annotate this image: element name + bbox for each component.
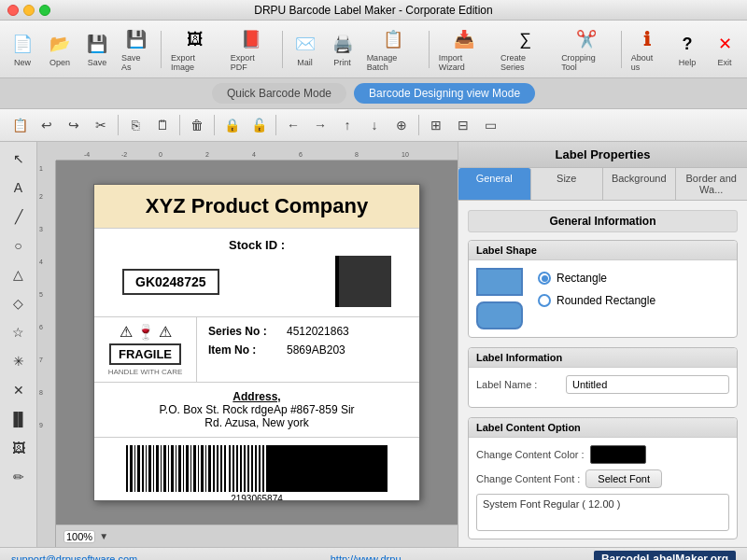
main-toolbar: 📄 New 📂 Open 💾 Save 💾 Save As 🖼 Export I… <box>0 21 747 78</box>
duplicate-btn[interactable]: 🗒 <box>150 113 175 137</box>
tab-general[interactable]: General <box>458 168 531 200</box>
website-link[interactable]: http://www.drpu <box>331 553 402 561</box>
cropping-tool-button[interactable]: ✂️ Cropping Tool <box>557 24 615 74</box>
text-tool[interactable]: A <box>6 175 32 201</box>
barcode-tool[interactable]: ▐▌ <box>6 406 32 432</box>
mail-button[interactable]: ✉️ Mail <box>289 29 322 69</box>
rounded-label: Rounded Rectangle <box>557 294 655 307</box>
arrow-up-btn[interactable]: ↑ <box>335 113 359 137</box>
paste-btn[interactable]: 📋 <box>7 113 32 137</box>
ruler-corner <box>37 142 56 161</box>
arrow-right-btn[interactable]: → <box>308 113 332 137</box>
label-info-title: Label Information <box>469 348 737 368</box>
ruler-tick: 2 <box>205 151 209 158</box>
create-series-icon: ∑ <box>513 26 539 52</box>
fragile-sub: HANDLE WITH CARE <box>108 368 183 376</box>
label-canvas: XYZ Product Company Stock ID : GK0248725 <box>93 184 420 501</box>
delete-btn[interactable]: 🗑 <box>185 113 209 137</box>
shape-visuals <box>476 268 523 329</box>
fragile-section: ⚠ 🍷 ⚠ FRAGILE HANDLE WITH CARE <box>94 317 197 382</box>
radio-rectangle-row[interactable]: Rectangle <box>538 272 655 285</box>
cut-btn[interactable]: ✂ <box>89 113 113 137</box>
ellipse-tool[interactable]: ○ <box>6 232 32 259</box>
zoom-value: 100% <box>63 530 95 543</box>
triangle-tool[interactable]: △ <box>6 261 32 287</box>
create-series-button[interactable]: ∑ Create Series <box>497 24 554 74</box>
manage-batch-button[interactable]: 📋 Manage Batch <box>363 24 423 74</box>
radio-rounded-row[interactable]: Rounded Rectangle <box>538 294 655 307</box>
export-pdf-button[interactable]: 📕 Export PDF <box>227 24 276 74</box>
redo-btn[interactable]: ↪ <box>62 113 86 137</box>
designing-mode-button[interactable]: Barcode Designing view Mode <box>354 83 535 104</box>
minimize-button[interactable] <box>23 5 35 16</box>
import-wizard-icon: 📥 <box>451 26 477 52</box>
label-shape-body: Rectangle Rounded Rectangle <box>469 260 737 337</box>
export-image-button[interactable]: 🖼 Export Image <box>167 24 223 74</box>
star-tool[interactable]: ☆ <box>6 319 32 345</box>
print-button[interactable]: 🖨️ Print <box>326 29 359 69</box>
arrow-left-btn[interactable]: ← <box>281 113 305 137</box>
copy-btn[interactable]: ⎘ <box>123 113 148 137</box>
grid-btn[interactable]: ⊟ <box>451 113 475 137</box>
canvas-scroll[interactable]: XYZ Product Company Stock ID : GK0248725 <box>56 161 458 525</box>
import-wizard-button[interactable]: 📥 Import Wizard <box>435 24 493 74</box>
align-btn[interactable]: ⊞ <box>424 113 448 137</box>
barcode-section: 2193065874 <box>94 438 419 501</box>
ruler-tick-v: 8 <box>39 389 43 396</box>
zoom-down-arrow[interactable]: ▼ <box>99 531 108 541</box>
toolbar-separator-3 <box>429 31 430 68</box>
center-h-btn[interactable]: ⊕ <box>389 113 414 137</box>
select-tool[interactable]: ↖ <box>6 146 32 172</box>
about-icon: ℹ <box>634 26 660 52</box>
exit-button[interactable]: ✕ Exit <box>708 29 741 69</box>
tab-background[interactable]: Background <box>603 168 676 200</box>
mail-icon: ✉️ <box>292 31 318 57</box>
traffic-lights <box>7 5 50 16</box>
email-link[interactable]: support@drpusoftware.com <box>11 553 137 561</box>
maximize-button[interactable] <box>39 5 50 16</box>
toolbar-separator <box>161 31 162 68</box>
tb2-sep-4 <box>275 115 276 135</box>
lock-btn[interactable]: 🔒 <box>219 113 244 137</box>
tab-border[interactable]: Border and Wa... <box>676 168 748 200</box>
image-tool[interactable]: 🖼 <box>6 435 32 461</box>
label-properties-header: Label Properties <box>458 142 747 168</box>
tb2-sep-3 <box>214 115 215 135</box>
unlock-btn[interactable]: 🔓 <box>247 113 271 137</box>
arrow-down-btn[interactable]: ↓ <box>362 113 387 137</box>
fragile-icon-3: ⚠ <box>159 323 172 341</box>
label-name-input[interactable] <box>566 375 729 394</box>
frame-btn[interactable]: ▭ <box>478 113 502 137</box>
cross-tool[interactable]: ✕ <box>6 377 32 403</box>
fragile-icons: ⚠ 🍷 ⚠ <box>120 323 172 341</box>
asterisk-tool[interactable]: ✳ <box>6 348 32 374</box>
content-option-body: Change Content Color : Change Content Fo… <box>469 438 737 539</box>
tab-size[interactable]: Size <box>531 168 604 200</box>
linear-barcode <box>126 445 388 492</box>
radio-rectangle[interactable] <box>538 272 551 285</box>
save-button[interactable]: 💾 Save <box>80 29 114 69</box>
label-title: XYZ Product Company <box>94 185 419 229</box>
ruler-tick-v: 7 <box>39 357 43 363</box>
barcode-row: GK0248725 <box>104 256 410 307</box>
line-tool[interactable]: ╱ <box>6 203 32 230</box>
pencil-tool[interactable]: ✏ <box>6 464 32 490</box>
help-button[interactable]: ? Help <box>670 29 704 69</box>
rounded-shape-preview <box>476 301 523 329</box>
content-color-swatch[interactable] <box>590 445 646 464</box>
close-button[interactable] <box>7 5 19 16</box>
fragile-text: FRAGILE <box>109 343 181 365</box>
undo-btn[interactable]: ↩ <box>35 113 59 137</box>
label-shape-title: Label Shape <box>469 241 737 260</box>
ruler-tick-v: 6 <box>39 324 43 330</box>
open-button[interactable]: 📂 Open <box>43 29 77 69</box>
ruler-tick: -4 <box>84 151 90 158</box>
diamond-tool[interactable]: ◇ <box>6 290 32 316</box>
saveas-button[interactable]: 💾 Save As <box>118 24 155 74</box>
new-button[interactable]: 📄 New <box>6 29 39 69</box>
radio-rounded[interactable] <box>538 294 551 307</box>
help-icon: ? <box>674 31 700 57</box>
about-button[interactable]: ℹ About us <box>627 24 667 74</box>
quick-mode-button[interactable]: Quick Barcode Mode <box>212 83 346 104</box>
select-font-button[interactable]: Select Font <box>585 469 662 488</box>
